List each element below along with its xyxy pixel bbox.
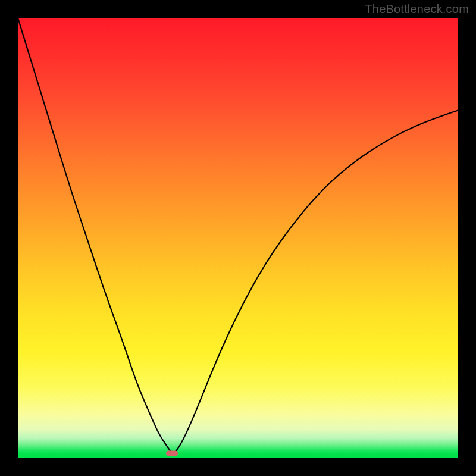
min-marker bbox=[166, 450, 178, 456]
watermark-text: TheBottleneck.com bbox=[365, 2, 469, 16]
plot-area bbox=[18, 18, 458, 458]
chart-frame: TheBottleneck.com bbox=[0, 0, 476, 476]
curve-path bbox=[18, 18, 458, 453]
bottleneck-curve bbox=[18, 18, 458, 458]
